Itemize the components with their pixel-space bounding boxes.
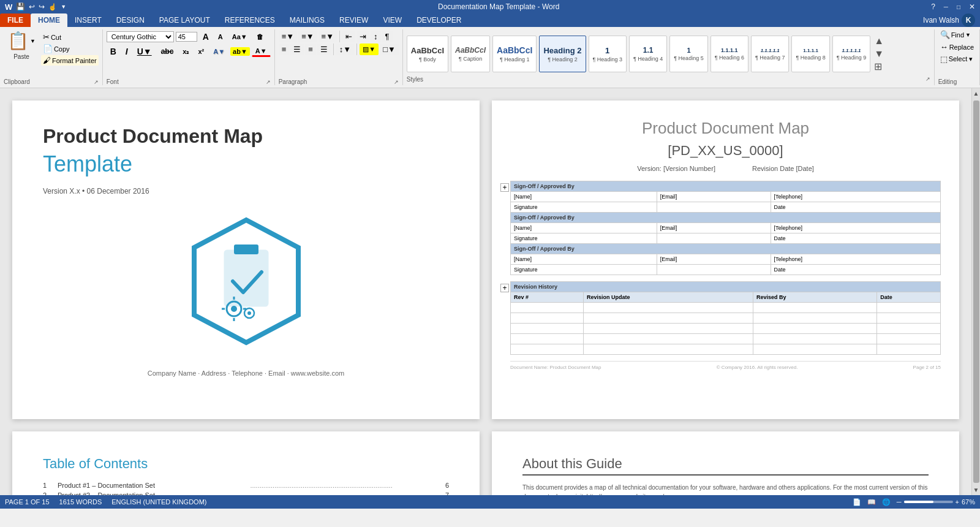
revision-add-icon[interactable]: + (500, 284, 509, 292)
close-button[interactable]: ✕ (969, 2, 975, 11)
select-button[interactable]: ⬚ Select ▾ (938, 54, 976, 64)
tab-home[interactable]: HOME (31, 13, 67, 27)
maximize-button[interactable]: □ (957, 4, 960, 10)
zoom-out-button[interactable]: ─ (897, 498, 902, 506)
cut-button[interactable]: ✂ Cut (41, 32, 99, 42)
style-heading5[interactable]: 1 ¶ Heading 5 (669, 36, 707, 72)
align-right-button[interactable]: ≡ (305, 44, 316, 55)
copy-button[interactable]: 📄 Copy (41, 44, 99, 54)
user-area: Ivan Walsh K (918, 13, 980, 27)
font-size-input[interactable] (176, 32, 197, 42)
numbering-button[interactable]: ≡▼ (298, 31, 317, 42)
subscript-button[interactable]: x₂ (179, 47, 192, 57)
paragraph-label: Paragraph (279, 78, 307, 85)
zoom-in-button[interactable]: + (956, 498, 959, 506)
align-center-button[interactable]: ☰ (290, 44, 304, 55)
footer-right: Page 2 of 15 (913, 365, 941, 370)
superscript-button[interactable]: x² (194, 47, 208, 56)
editing-label: Editing (938, 78, 957, 85)
style-heading2[interactable]: Heading 2 ¶ Heading 2 (539, 36, 586, 72)
page2-footer: Document Name: Product Document Map © Co… (510, 361, 941, 370)
help-button[interactable]: ? (931, 2, 935, 11)
text-effect-button[interactable]: A▼ (209, 47, 228, 56)
replace-button[interactable]: ↔ Replace (938, 42, 976, 52)
style-heading3[interactable]: 1 ¶ Heading 3 (589, 36, 627, 72)
bold-button[interactable]: B (107, 45, 120, 58)
style-heading7[interactable]: 1.1.1.1.1 ¶ Heading 7 (751, 36, 789, 72)
tab-design[interactable]: DESIGN (109, 13, 152, 27)
shading-button[interactable]: ▨▼ (360, 44, 379, 55)
underline-button[interactable]: U▼ (134, 45, 156, 58)
view-print[interactable]: 📄 (853, 498, 861, 506)
paragraph-expand[interactable]: ↗ (394, 79, 399, 85)
quick-dropdown[interactable]: ▼ (61, 4, 66, 10)
font-shrink-button[interactable]: A (214, 32, 227, 42)
tab-mailings[interactable]: MAILINGS (282, 13, 332, 27)
paste-button[interactable]: 📋 ▼ (4, 29, 39, 52)
language[interactable]: ENGLISH (UNITED KINGDOM) (111, 498, 206, 506)
decrease-indent-button[interactable]: ⇤ (342, 31, 355, 42)
style-body[interactable]: AaBbCcI ¶ Body (407, 36, 448, 72)
view-web[interactable]: 🌐 (882, 498, 891, 506)
styles-expand[interactable]: ⊞ (873, 61, 885, 72)
align-left-button[interactable]: ≡ (279, 44, 290, 55)
justify-button[interactable]: ☰ (317, 44, 331, 55)
tab-references[interactable]: REFERENCES (217, 13, 282, 27)
clipboard-expand[interactable]: ↗ (94, 79, 99, 85)
increase-indent-button[interactable]: ⇥ (356, 31, 369, 42)
quick-undo[interactable]: ↩ (29, 2, 35, 11)
tab-insert[interactable]: INSERT (67, 13, 109, 27)
avatar: K (962, 13, 975, 27)
line-spacing-button[interactable]: ↕▼ (336, 44, 354, 55)
scroll-up-arrow[interactable]: ▲ (973, 88, 979, 99)
show-hide-button[interactable]: ¶ (382, 31, 393, 42)
vertical-scrollbar[interactable]: ▲ ▼ (971, 88, 980, 495)
tab-page-layout[interactable]: PAGE LAYOUT (152, 13, 217, 27)
tab-review[interactable]: REVIEW (332, 13, 375, 27)
signoff-header-2: Sign-Off / Approved By (511, 213, 941, 223)
styles-scroll-up[interactable]: ▲ (873, 36, 885, 47)
style-heading9[interactable]: 1.1.1.1.1 ¶ Heading 9 (832, 36, 870, 72)
font-family-select[interactable]: Century Gothic (107, 31, 174, 42)
page-2: Product Document Map [PD_XX_US_0000] Ver… (492, 100, 959, 419)
border-button[interactable]: □▼ (380, 44, 399, 55)
quick-save[interactable]: 💾 (16, 2, 25, 11)
tab-view[interactable]: VIEW (375, 13, 409, 27)
font-expand[interactable]: ↗ (266, 79, 271, 85)
sort-button[interactable]: ↕ (371, 31, 381, 42)
select-label: Select ▾ (949, 55, 973, 63)
multilevel-button[interactable]: ≡▼ (318, 31, 337, 42)
quick-redo[interactable]: ↪ (39, 2, 45, 11)
find-button[interactable]: 🔍 Find ▼ (938, 29, 976, 40)
styles-scroll-down[interactable]: ▼ (873, 48, 885, 59)
scroll-down-arrow[interactable]: ▼ (973, 485, 979, 495)
strikethrough-button[interactable]: abc (157, 46, 178, 57)
bullets-button[interactable]: ≡▼ (279, 31, 297, 42)
minimize-button[interactable]: ─ (944, 4, 948, 10)
font-grow-button[interactable]: A (199, 31, 213, 43)
quick-touch[interactable]: ☝ (48, 3, 57, 11)
style-heading8[interactable]: 1.1.1.1 ¶ Heading 8 (791, 36, 829, 72)
tab-file[interactable]: FILE (0, 13, 31, 27)
format-painter-button[interactable]: 🖌 Format Painter (41, 55, 99, 66)
svg-point-4 (231, 306, 237, 312)
title-bar: W 💾 ↩ ↪ ☝ ▼ Documentation Map Template -… (0, 0, 980, 13)
page2-id: [PD_XX_US_0000] (510, 143, 941, 159)
change-case-button[interactable]: Aa▼ (228, 32, 251, 42)
highlight-button[interactable]: ab▼ (230, 47, 250, 56)
style-heading1[interactable]: AaBbCcI ¶ Heading 1 (492, 36, 537, 72)
zoom-slider[interactable]: ─ + 67% (897, 498, 975, 506)
style-caption[interactable]: AaBbCcI ¶ Caption (451, 36, 490, 72)
font-color-button[interactable]: A▼ (252, 46, 271, 57)
tab-developer[interactable]: DEVELOPER (409, 13, 469, 27)
styles-expand-btn[interactable]: ↗ (925, 76, 930, 83)
style-heading4[interactable]: 1.1 ¶ Heading 4 (629, 36, 667, 72)
page-count: PAGE 1 OF 15 (5, 498, 50, 506)
style-heading6[interactable]: 1.1.1.1 ¶ Heading 6 (710, 36, 748, 72)
clipboard-label: Clipboard (4, 78, 30, 85)
scroll-thumb[interactable] (973, 100, 979, 483)
table-add-row-icon[interactable]: + (500, 183, 509, 192)
italic-button[interactable]: I (122, 45, 132, 58)
view-read[interactable]: 📖 (867, 498, 876, 506)
clear-format-button[interactable]: 🗑 (253, 32, 267, 42)
